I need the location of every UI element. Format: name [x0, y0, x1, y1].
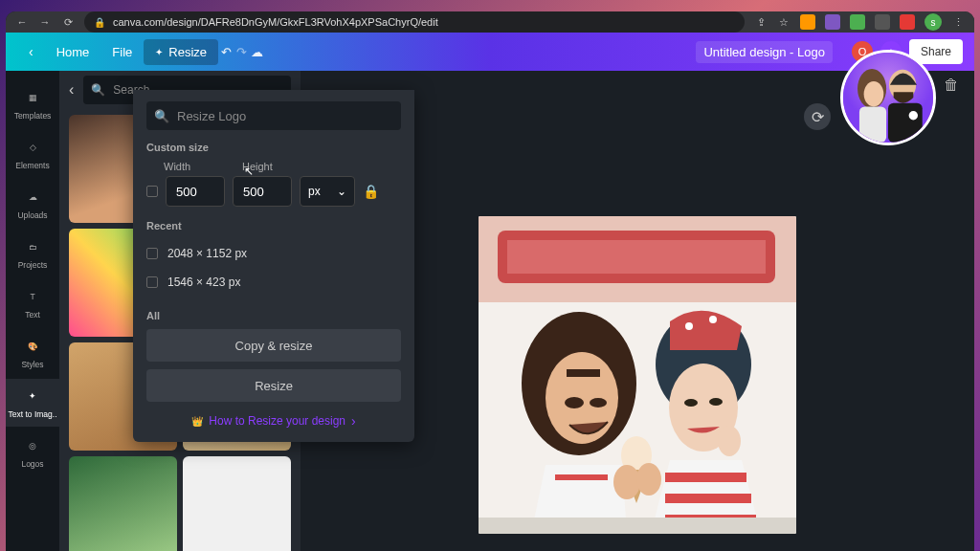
unit-select[interactable]: px ⌄	[300, 176, 355, 207]
resize-search[interactable]: 🔍 Resize Logo	[146, 101, 401, 130]
document-title[interactable]: Untitled design - Logo	[696, 41, 832, 63]
extension-icon[interactable]	[800, 14, 815, 30]
svg-rect-9	[567, 369, 600, 377]
uploads-icon: ☁	[23, 187, 42, 207]
rail-projects[interactable]: 🗀Projects	[6, 230, 59, 277]
crown-icon: ✦	[155, 47, 163, 57]
rail-logos[interactable]: ◎Logos	[6, 429, 59, 476]
resize-submit-button[interactable]: Resize	[146, 369, 401, 402]
nav-back-icon[interactable]: ←	[15, 15, 29, 29]
rail-label: Text	[25, 310, 40, 320]
howto-link[interactable]: 👑 How to Resize your design ›	[146, 413, 401, 429]
svg-point-20	[613, 465, 640, 499]
rail-text-to-image[interactable]: ✦Text to Imag..	[6, 379, 59, 427]
text-icon: T	[23, 287, 42, 306]
recent-size-label: 1546 × 423 px	[167, 276, 240, 289]
browser-address-bar: ← → ⟳ 🔒 canva.com/design/DAFRe8DnGyM/Gkx…	[6, 11, 974, 33]
nav-forward-icon[interactable]: →	[38, 15, 52, 29]
rail-templates[interactable]: ▦Templates	[6, 80, 59, 128]
svg-point-22	[718, 426, 741, 456]
recent-size-label: 2048 × 1152 px	[167, 247, 247, 260]
resize-button[interactable]: ✦ Resize	[144, 39, 218, 65]
image-thumbnail[interactable]	[183, 456, 291, 551]
search-icon: 🔍	[154, 109, 169, 123]
rail-label: Uploads	[17, 210, 47, 220]
svg-rect-6	[555, 474, 608, 480]
refresh-button[interactable]: ⟳	[804, 103, 831, 130]
rail-text[interactable]: TText	[6, 279, 59, 327]
projects-icon: 🗀	[23, 237, 42, 256]
lock-aspect-icon[interactable]: 🔒	[363, 184, 379, 199]
image-thumbnail[interactable]	[69, 456, 177, 551]
rail-label: Text to Imag..	[8, 409, 56, 419]
back-button[interactable]: ‹	[17, 38, 45, 65]
browser-profile-avatar[interactable]: s	[924, 13, 942, 31]
search-icon: 🔍	[91, 83, 105, 97]
recent-heading: Recent	[146, 220, 401, 231]
canvas-image[interactable]	[479, 216, 796, 534]
url-field[interactable]: 🔒 canva.com/design/DAFRe8DnGyM/GkxFL3RVo…	[84, 11, 745, 33]
rail-uploads[interactable]: ☁Uploads	[6, 180, 59, 228]
rail-elements[interactable]: ◇Elements	[6, 130, 59, 178]
chevron-right-icon: ›	[351, 413, 356, 429]
url-text: canva.com/design/DAFRe8DnGyM/GkxFL3RVohX…	[113, 16, 438, 28]
left-rail: ▦Templates ◇Elements ☁Uploads 🗀Projects …	[6, 71, 59, 551]
resize-search-placeholder: Resize Logo	[177, 109, 246, 123]
svg-rect-16	[665, 473, 746, 482]
cloud-sync-icon: ☁	[249, 44, 264, 59]
rail-label: Logos	[21, 459, 43, 469]
rail-styles[interactable]: 🎨Styles	[6, 329, 59, 377]
svg-point-11	[685, 322, 693, 330]
chevron-down-icon: ⌄	[337, 185, 346, 198]
height-input[interactable]: 500	[233, 176, 292, 207]
nav-reload-icon[interactable]: ⟳	[61, 15, 75, 29]
extension-icons	[800, 14, 915, 30]
svg-point-26	[864, 81, 884, 106]
custom-size-heading: Custom size	[146, 142, 401, 153]
styles-icon: 🎨	[23, 337, 42, 356]
svg-point-8	[590, 398, 607, 408]
all-heading: All	[146, 310, 401, 321]
redo-icon[interactable]: ↷	[234, 44, 249, 59]
recent-checkbox[interactable]	[146, 276, 158, 288]
width-input[interactable]: 500	[166, 176, 225, 207]
browser-menu-icon[interactable]: ⋮	[951, 15, 965, 29]
rail-label: Templates	[14, 111, 52, 121]
resize-panel: 🔍 Resize Logo Custom size Width Height ↖…	[133, 90, 414, 442]
extension-icon[interactable]	[825, 14, 840, 30]
svg-point-7	[565, 397, 584, 408]
height-label: Height	[242, 161, 273, 172]
svg-rect-3	[507, 240, 766, 274]
app-top-bar: ‹ Home File ✦ Resize ↶ ↷ ☁ Untitled desi…	[6, 33, 974, 71]
home-button[interactable]: Home	[45, 39, 101, 65]
recent-size-item[interactable]: 2048 × 1152 px	[146, 239, 401, 268]
rail-label: Projects	[18, 260, 48, 270]
text-to-image-icon: ✦	[23, 386, 42, 406]
presenter-overlay	[840, 50, 936, 145]
width-label: Width	[164, 161, 231, 172]
file-button[interactable]: File	[100, 39, 144, 65]
side-panel-back-icon[interactable]: ‹	[69, 81, 74, 99]
lock-icon: 🔒	[94, 17, 105, 28]
rail-label: Styles	[21, 360, 43, 369]
extension-icon[interactable]	[900, 14, 915, 30]
svg-point-30	[909, 111, 918, 120]
bookmark-icon[interactable]: ☆	[777, 15, 791, 29]
unit-value: px	[308, 185, 321, 198]
canvas-delete-icon[interactable]: 🗑	[944, 77, 959, 94]
svg-rect-27	[859, 106, 886, 143]
svg-point-12	[709, 316, 717, 323]
svg-point-15	[709, 398, 723, 406]
chevron-left-icon: ‹	[29, 44, 33, 59]
share-url-icon[interactable]: ⇪	[754, 15, 768, 29]
extension-icon[interactable]	[850, 14, 865, 30]
copy-resize-button[interactable]: Copy & resize	[146, 329, 401, 362]
extension-icon[interactable]	[875, 14, 890, 30]
howto-label: How to Resize your design	[209, 414, 345, 428]
custom-size-checkbox[interactable]	[146, 186, 158, 197]
recent-checkbox[interactable]	[146, 248, 158, 259]
undo-icon[interactable]: ↶	[218, 44, 234, 59]
recent-size-item[interactable]: 1546 × 423 px	[146, 268, 401, 297]
logos-icon: ◎	[23, 436, 42, 455]
resize-label: Resize	[168, 45, 207, 59]
